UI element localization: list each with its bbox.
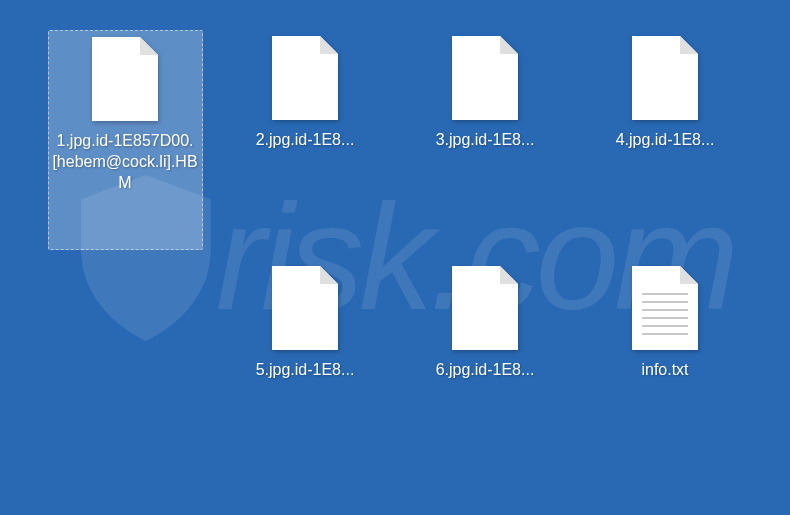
empty-grid-cell: [48, 260, 203, 480]
desktop-area[interactable]: 1.jpg.id-1E857D00.[hebem@cock.li].HBM 2.…: [0, 0, 790, 510]
file-item-1[interactable]: 1.jpg.id-1E857D00.[hebem@cock.li].HBM: [48, 30, 203, 250]
file-label: 2.jpg.id-1E8...: [256, 130, 355, 151]
file-label: 5.jpg.id-1E8...: [256, 360, 355, 381]
blank-file-icon: [630, 34, 700, 122]
file-item-4[interactable]: 4.jpg.id-1E8...: [588, 30, 743, 250]
blank-file-icon: [450, 34, 520, 122]
file-item-6[interactable]: 6.jpg.id-1E8...: [408, 260, 563, 480]
file-item-info-txt[interactable]: info.txt: [588, 260, 743, 480]
text-file-icon: [630, 264, 700, 352]
file-label: 4.jpg.id-1E8...: [616, 130, 715, 151]
file-label: 1.jpg.id-1E857D00.[hebem@cock.li].HBM: [50, 131, 200, 193]
file-label: 3.jpg.id-1E8...: [436, 130, 535, 151]
file-label: 6.jpg.id-1E8...: [436, 360, 535, 381]
blank-file-icon: [450, 264, 520, 352]
file-item-3[interactable]: 3.jpg.id-1E8...: [408, 30, 563, 250]
blank-file-icon: [90, 35, 160, 123]
file-item-2[interactable]: 2.jpg.id-1E8...: [228, 30, 383, 250]
blank-file-icon: [270, 264, 340, 352]
file-label: info.txt: [641, 360, 688, 381]
file-item-5[interactable]: 5.jpg.id-1E8...: [228, 260, 383, 480]
blank-file-icon: [270, 34, 340, 122]
